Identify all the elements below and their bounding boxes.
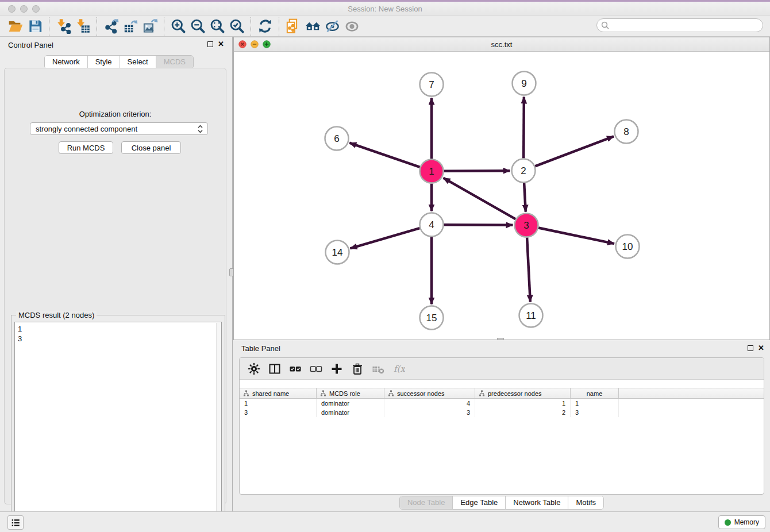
network-canvas[interactable]: 1234678910111415 [234,52,769,340]
graph-node-7[interactable]: 7 [420,73,444,97]
search-input[interactable] [596,18,763,32]
first-neighbors-button[interactable] [303,17,322,36]
edge-2-9[interactable] [523,97,524,158]
svg-text:1: 1 [429,166,434,177]
criterion-dropdown[interactable]: strongly connected component [30,122,208,135]
deselect-all-button[interactable] [307,360,325,377]
add-row-button[interactable] [328,360,345,377]
table-cell[interactable]: 4 [384,399,475,408]
column-header-MCDS-role[interactable]: MCDS role [317,388,384,398]
mcds-result-title: MCDS result (2 nodes) [16,311,97,319]
control-panel: Control Panel ✕ NetworkStyleSelectMCDS O… [0,37,231,511]
edge-3-10[interactable] [538,228,614,244]
svg-text:3: 3 [523,220,529,231]
delete-rows-button[interactable] [349,360,366,377]
export-network-button[interactable] [101,17,121,36]
edge-4-14[interactable] [351,228,420,248]
export-image-button[interactable] [140,17,160,36]
zoom-in-button[interactable] [168,17,188,36]
tab-mcds[interactable]: MCDS [156,56,193,68]
graph-node-6[interactable]: 6 [325,127,349,151]
tab-motifs[interactable]: Motifs [568,496,603,509]
graph-node-3[interactable]: 3 [515,214,538,237]
table-cell[interactable]: 3 [384,408,475,417]
edge-1-6[interactable] [349,143,419,167]
node-table-body: 1dominator4113dominator323 [240,399,764,417]
delete-table-button[interactable] [369,360,387,377]
table-cell[interactable]: 1 [571,399,619,408]
save-session-button[interactable] [25,17,45,36]
float-panel-icon[interactable] [207,41,213,47]
tab-network-table[interactable]: Network Table [505,496,568,509]
table-cell[interactable]: 1 [240,399,317,408]
close-panel-button[interactable]: Close panel [121,141,181,154]
settings-button[interactable] [245,360,263,377]
tab-select[interactable]: Select [120,56,156,68]
tab-style[interactable]: Style [87,56,120,68]
table-cell[interactable]: 3 [240,408,317,417]
graph-node-10[interactable]: 10 [616,235,640,259]
edge-3-11[interactable] [527,237,530,302]
table-row[interactable]: 1dominator411 [240,399,764,408]
hide-selected-button[interactable] [322,17,342,36]
function-button[interactable]: f(x) [390,360,407,377]
tab-edge-table[interactable]: Edge Table [452,496,505,509]
edge-2-3[interactable] [524,183,526,211]
graph-node-14[interactable]: 14 [326,241,349,264]
column-header-name[interactable]: name [571,388,619,398]
network-window-titlebar[interactable]: scc.txt [234,37,769,52]
attribute-icon [320,390,326,396]
graph-node-1[interactable]: 1 [420,160,444,183]
open-session-button[interactable] [6,17,25,36]
graph-node-15[interactable]: 15 [420,306,444,330]
column-header-shared-name[interactable]: shared name [240,388,317,398]
float-table-panel-icon[interactable] [748,345,753,351]
table-cell[interactable]: dominator [317,399,384,408]
columns-button[interactable] [266,360,283,377]
table-cell[interactable]: 3 [571,408,619,417]
table-cell[interactable]: dominator [317,408,384,417]
zoom-fit-button[interactable] [207,17,227,36]
tab-node-table[interactable]: Node Table [400,496,453,509]
column-header-predecessor-nodes[interactable]: predecessor nodes [475,388,571,398]
edge-4-3[interactable] [444,225,513,225]
graph-node-11[interactable]: 11 [519,304,543,327]
zoom-selected-button[interactable] [227,17,247,36]
task-history-button[interactable] [7,515,24,530]
graph-node-2[interactable]: 2 [512,159,536,183]
clone-network-button[interactable] [283,17,303,36]
graph-node-8[interactable]: 8 [615,120,638,144]
zoom-out-button[interactable] [188,17,207,36]
graph-node-9[interactable]: 9 [513,72,536,95]
result-scrollbar[interactable] [216,323,221,529]
svg-text:10: 10 [622,241,633,252]
refresh-button[interactable] [255,17,275,36]
tab-network[interactable]: Network [45,56,87,68]
run-mcds-button[interactable]: Run MCDS [59,141,113,154]
table-cell[interactable]: 1 [475,399,571,408]
edge-2-8[interactable] [535,136,614,166]
search-icon [601,21,609,29]
graph-node-4[interactable]: 4 [420,213,444,237]
mcds-result-group: MCDS result (2 nodes) 1 3 [11,315,225,532]
edge-3-1[interactable] [443,178,515,219]
import-network-icon [56,18,71,34]
search-box[interactable] [596,18,763,32]
mcds-result-box[interactable]: 1 3 [14,322,222,530]
memory-button[interactable]: Memory [718,515,765,529]
import-table-button[interactable] [73,17,93,36]
show-all-button[interactable] [342,17,361,36]
edge-1-2[interactable] [444,171,510,171]
column-label: predecessor nodes [488,390,542,397]
close-table-panel-icon[interactable]: ✕ [758,345,764,352]
column-header-successor-nodes[interactable]: successor nodes [384,388,475,398]
select-all-button[interactable] [287,360,304,377]
close-panel-icon[interactable]: ✕ [218,41,224,48]
table-cell[interactable]: 2 [475,408,571,417]
export-image-icon [143,18,158,34]
table-row[interactable]: 3dominator323 [240,408,764,417]
export-table-button[interactable] [121,17,140,36]
toolbar-separator [279,17,279,36]
main-titlebar[interactable]: Session: New Session [0,2,770,16]
import-network-button[interactable] [53,17,73,36]
